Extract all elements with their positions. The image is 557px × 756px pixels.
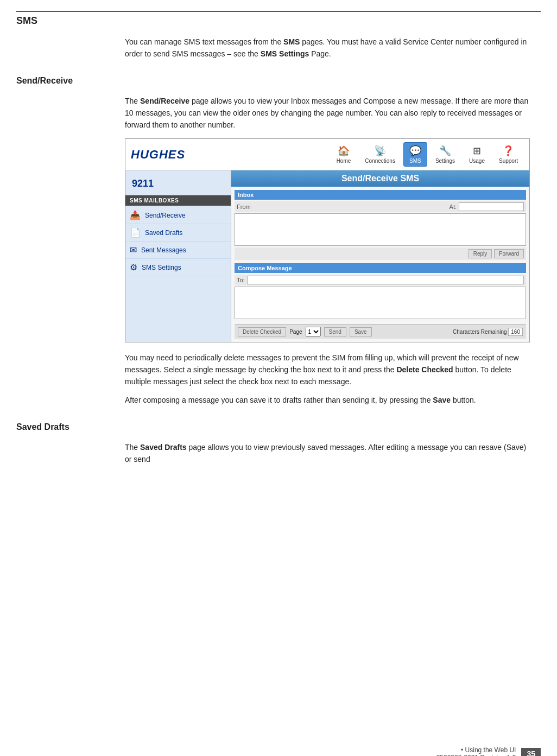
delete-para: You may need to periodically delete mess… [125, 352, 530, 387]
page-footer: • Using the Web UI 3500988-0001 Revision… [436, 746, 541, 756]
save-button[interactable]: Save [350, 327, 372, 336]
sent-messages-icon: ✉ [130, 245, 137, 255]
after-screenshot-block: You may need to periodically delete mess… [125, 352, 530, 406]
sidebar-item-saved-drafts-label: Saved Drafts [145, 229, 182, 237]
hughes-sidebar: 9211 SMS MAILBOXES 📥 Send/Receive 📄 Save… [125, 170, 231, 342]
page-number: 35 [521, 748, 541, 756]
footer-bar: Delete Checked Page 1 Send Save Characte… [235, 324, 526, 339]
sms-section-header: SMS [16, 11, 541, 27]
nav-home-label: Home [337, 158, 351, 164]
hughes-logo: HUGHES [131, 148, 185, 162]
chars-value: 160 [508, 328, 523, 336]
nav-support-label: Support [499, 158, 518, 164]
forward-button[interactable]: Forward [494, 249, 524, 258]
to-input[interactable] [247, 276, 524, 284]
footer-line1: Using the Web UI [465, 746, 516, 754]
send-receive-para1: The Send/Receive page allows you to view… [125, 96, 530, 131]
nav-items: 🏠 Home 📡 Connections 💬 SMS 🔧 Settings ⊞ [331, 142, 524, 167]
saved-drafts-icon: 📄 [130, 227, 141, 238]
nav-connections[interactable]: 📡 Connections [359, 142, 401, 167]
nav-settings[interactable]: 🔧 Settings [429, 142, 461, 167]
send-receive-icon: 📥 [130, 210, 141, 220]
compose-textarea[interactable] [235, 287, 526, 319]
delete-checked-bold: Delete Checked [396, 365, 453, 374]
page-label: Page [289, 329, 302, 335]
nav-sms-label: SMS [409, 158, 421, 164]
to-label: To: [237, 277, 245, 283]
saved-drafts-block: The Saved Drafts page allows you to view… [125, 442, 530, 465]
settings-icon: 🔧 [439, 145, 451, 157]
compose-section: Compose Message To: [235, 263, 526, 321]
sidebar-item-sent-messages[interactable]: ✉ Sent Messages [125, 242, 231, 259]
at-label: At: [450, 204, 457, 210]
saved-drafts-bold: Saved Drafts [140, 443, 187, 452]
sms-title: SMS [16, 15, 37, 26]
main-title: Send/Receive SMS [231, 170, 529, 187]
sms-intro-para: You can manage SMS text messages from th… [125, 36, 530, 60]
usage-icon: ⊞ [473, 145, 481, 157]
send-receive-bold: Send/Receive [140, 97, 189, 105]
sidebar-item-sms-settings[interactable]: ⚙ SMS Settings [125, 259, 231, 276]
sms-icon: 💬 [409, 145, 421, 157]
nav-sms[interactable]: 💬 SMS [403, 142, 427, 167]
save-bold: Save [433, 396, 451, 404]
sidebar-item-sms-settings-label: SMS Settings [142, 264, 181, 271]
sidebar-item-saved-drafts[interactable]: 📄 Saved Drafts [125, 224, 231, 242]
send-receive-title: Send/Receive [16, 76, 557, 86]
sms-settings-icon: ⚙ [130, 262, 137, 272]
footer-bullet: • [461, 746, 463, 754]
support-icon: ❓ [502, 145, 514, 157]
sms-bold1: SMS [283, 37, 300, 46]
save-para: After composing a message you can save i… [125, 395, 530, 406]
delete-checked-button[interactable]: Delete Checked [238, 327, 286, 336]
sidebar-item-sent-messages-label: Sent Messages [141, 246, 186, 254]
sidebar-item-send-receive[interactable]: 📥 Send/Receive [125, 207, 231, 224]
nav-settings-label: Settings [435, 158, 455, 164]
reply-button[interactable]: Reply [469, 249, 492, 258]
saved-drafts-title: Saved Drafts [16, 422, 557, 432]
at-input[interactable] [459, 202, 524, 211]
nav-home[interactable]: 🏠 Home [331, 142, 357, 167]
nav-usage-label: Usage [469, 158, 485, 164]
connections-icon: 📡 [374, 145, 386, 157]
saved-drafts-para: The Saved Drafts page allows you to view… [125, 442, 530, 465]
sms-bold2: SMS Settings [261, 49, 309, 58]
hughes-main: Send/Receive SMS Inbox From At: [231, 170, 529, 342]
page-container: SMS You can manage SMS text messages fro… [0, 11, 557, 756]
hughes-content: 9211 SMS MAILBOXES 📥 Send/Receive 📄 Save… [125, 170, 529, 342]
inbox-from-row: From At: [235, 201, 526, 212]
home-icon: 🏠 [338, 145, 350, 157]
compose-label: Compose Message [235, 263, 526, 273]
chars-label: Characters Remaining [453, 329, 507, 335]
sidebar-item-send-receive-label: Send/Receive [145, 212, 186, 219]
footer-text: • Using the Web UI 3500988-0001 Revision… [436, 746, 516, 756]
nav-support[interactable]: ❓ Support [493, 142, 524, 167]
footer-chars: Characters Remaining 160 [453, 329, 523, 335]
page-select[interactable]: 1 [306, 327, 321, 336]
from-label: From [237, 204, 251, 210]
compose-to-row: To: [235, 275, 526, 285]
inbox-textarea[interactable] [235, 213, 526, 246]
nav-connections-label: Connections [365, 158, 395, 164]
inbox-label: Inbox [235, 190, 526, 200]
sms-panel: Inbox From At: Reply Forward [231, 187, 529, 342]
sms-intro-block: You can manage SMS text messages from th… [125, 36, 530, 60]
inbox-section: Inbox From At: Reply Forward [235, 190, 526, 260]
send-receive-block: The Send/Receive page allows you to view… [125, 96, 530, 131]
sidebar-section-label: SMS MAILBOXES [125, 195, 231, 206]
hughes-nav: HUGHES 🏠 Home 📡 Connections 💬 SMS 🔧 Sett… [125, 139, 529, 170]
inbox-buttons: Reply Forward [235, 247, 526, 260]
device-number: 9211 [125, 175, 231, 195]
screenshot-wrapper: HUGHES 🏠 Home 📡 Connections 💬 SMS 🔧 Sett… [125, 138, 530, 342]
footer-line: • Using the Web UI 3500988-0001 Revision… [436, 746, 541, 756]
footer-line2: 3500988-0001 Revision 1.0 [436, 754, 516, 756]
nav-usage[interactable]: ⊞ Usage [463, 142, 491, 167]
send-button[interactable]: Send [324, 327, 346, 336]
